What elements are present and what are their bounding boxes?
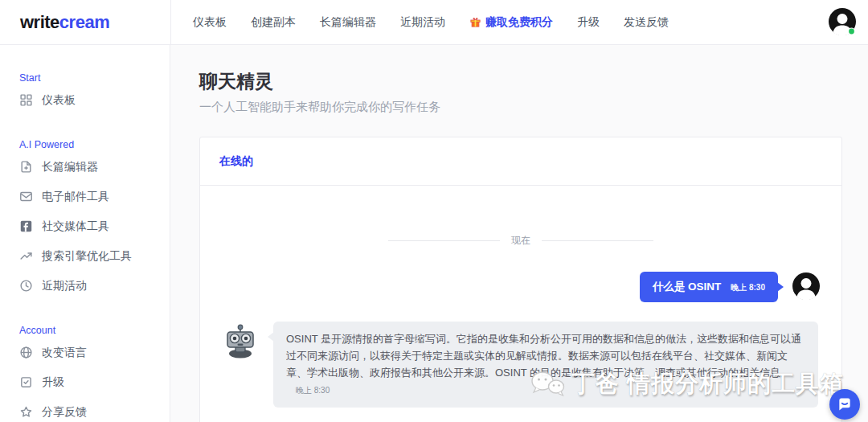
user-avatar[interactable] <box>828 7 857 36</box>
sidebar-section-ai-powered: A.I Powered <box>19 139 170 150</box>
sidebar-item-dashboard[interactable]: 仪表板 <box>19 85 170 115</box>
chat-launcher-button[interactable] <box>829 389 860 420</box>
sidebar-item-upgrade[interactable]: 升级 <box>19 367 170 397</box>
user-message-bubble: 什么是 OSINT 晚上 8:30 <box>640 272 778 302</box>
robot-avatar-icon <box>221 323 260 360</box>
nav-divider <box>170 0 171 44</box>
star-icon <box>19 405 33 419</box>
sidebar-item-share-feedback[interactable]: 分享反馈 <box>19 397 170 422</box>
bot-message-time: 晚上 8:30 <box>296 386 330 395</box>
sidebar: Start 仪表板 A.I Powered 长篇编辑器 电子邮件工具 社交媒体工… <box>0 45 170 422</box>
globe-icon <box>19 346 33 359</box>
page-title: 聊天精灵 <box>199 69 868 94</box>
sidebar-section-account: Account <box>19 325 170 336</box>
dashboard-icon <box>19 93 33 107</box>
document-plus-icon <box>19 160 33 174</box>
mail-icon <box>19 190 33 203</box>
logo-cream: cream <box>59 12 109 32</box>
sidebar-item-email-tools[interactable]: 电子邮件工具 <box>19 182 170 211</box>
check-square-icon <box>19 375 33 389</box>
clock-icon <box>19 279 33 293</box>
nav-item-earn-free-credits[interactable]: 赚取免费积分 <box>469 15 553 30</box>
chat-card: 在线的 现在 什么是 OSINT 晚上 8:30 <box>199 137 842 422</box>
top-navbar: writecream 仪表板 创建副本 长篇编辑器 近期活动 赚取免费积分 升级… <box>0 0 868 45</box>
time-divider-label: 现在 <box>511 234 530 248</box>
sidebar-item-recent-activity[interactable]: 近期活动 <box>19 271 170 301</box>
sidebar-section-start: Start <box>19 72 170 84</box>
main-content: 聊天精灵 一个人工智能助手来帮助你完成你的写作任务 在线的 现在 什么是 OSI… <box>170 45 868 422</box>
gift-icon <box>469 16 481 28</box>
chat-body: 现在 什么是 OSINT 晚上 8:30 <box>200 186 841 422</box>
nav-item-upgrade[interactable]: 升级 <box>577 15 600 30</box>
sidebar-item-change-language[interactable]: 改变语言 <box>19 338 170 367</box>
nav-item-recent-activity[interactable]: 近期活动 <box>400 15 445 30</box>
sidebar-item-long-form-editor[interactable]: 长篇编辑器 <box>19 152 170 182</box>
sidebar-item-social-media-tools[interactable]: 社交媒体工具 <box>19 211 170 241</box>
messenger-icon <box>837 396 853 412</box>
nav-item-create-copy[interactable]: 创建副本 <box>251 15 296 30</box>
facebook-icon <box>19 219 33 233</box>
writecream-logo[interactable]: writecream <box>20 12 109 33</box>
nav-item-dashboard[interactable]: 仪表板 <box>193 15 227 30</box>
nav-item-long-form-editor[interactable]: 长篇编辑器 <box>320 15 376 30</box>
user-avatar <box>792 272 821 301</box>
user-message-row: 什么是 OSINT 晚上 8:30 <box>221 272 821 302</box>
chat-header: 在线的 <box>200 137 841 186</box>
bot-message-row: OSINT 是开源情报的首字母缩写词。它指的是收集和分析公开可用的数据和信息的做… <box>221 322 821 408</box>
chat-status-online: 在线的 <box>219 154 253 167</box>
sidebar-item-seo-tools[interactable]: 搜索引擎优化工具 <box>19 241 170 271</box>
nav-item-send-feedback[interactable]: 发送反馈 <box>624 15 669 30</box>
bot-message-text: OSINT 是开源情报的首字母缩写词。它指的是收集和分析公开可用的数据和信息的做… <box>286 333 801 379</box>
trending-up-icon <box>19 249 33 263</box>
online-status-dot <box>849 29 854 35</box>
chat-time-divider: 现在 <box>388 234 653 248</box>
logo-write: write <box>20 12 59 32</box>
user-message-text: 什么是 OSINT <box>653 280 722 294</box>
page-subtitle: 一个人工智能助手来帮助你完成你的写作任务 <box>199 100 868 115</box>
user-message-time: 晚上 8:30 <box>731 282 765 293</box>
nav-menu: 仪表板 创建副本 长篇编辑器 近期活动 赚取免费积分 升级 发送反馈 <box>193 15 669 30</box>
bot-message-bubble: OSINT 是开源情报的首字母缩写词。它指的是收集和分析公开可用的数据和信息的做… <box>273 322 818 408</box>
